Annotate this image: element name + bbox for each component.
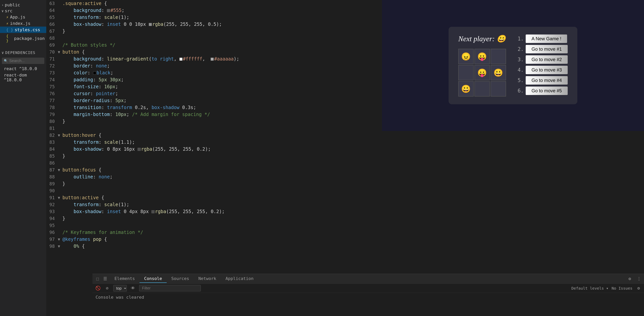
- no-issues-label: No Issues: [612, 286, 632, 290]
- line-number: 69: [46, 42, 58, 48]
- board-cell[interactable]: 😠: [458, 49, 474, 64]
- list-item: 5.Go to move #4: [518, 76, 568, 84]
- table-row: 83 transform: scale(1.1);: [46, 139, 644, 146]
- filter-input[interactable]: [139, 285, 201, 291]
- default-levels-label[interactable]: Default levels ▾: [571, 286, 608, 290]
- move-number: 2.: [518, 46, 523, 52]
- dep-reactdom: react-dom ^18.0.0: [0, 72, 46, 83]
- move-number: 6.: [518, 88, 523, 94]
- board-cell[interactable]: 😀: [490, 65, 506, 80]
- line-number: 80: [46, 118, 58, 125]
- code-content: button:hover {: [62, 132, 644, 139]
- line-number: 85: [46, 152, 58, 160]
- tab-elements[interactable]: Elements: [110, 274, 140, 283]
- json-icon: { }: [6, 34, 12, 43]
- devtools-right-controls: Default levels ▾ No Issues ⚙: [571, 285, 642, 291]
- file-label-stylescss: styles.css: [15, 27, 40, 32]
- line-number: 64: [46, 7, 58, 14]
- line-number: 68: [46, 35, 58, 42]
- sidebar-file-packagejson[interactable]: { } package.json: [0, 33, 46, 44]
- line-number: 66: [46, 21, 58, 28]
- folder-label-public: public: [5, 2, 20, 7]
- line-number: 76: [46, 90, 58, 97]
- line-number: 96: [46, 229, 58, 236]
- goto-move-button[interactable]: Go to move #3: [526, 66, 568, 74]
- line-number: 65: [46, 14, 58, 21]
- next-player-label: Next player: 😀: [458, 34, 506, 43]
- board-cell[interactable]: [458, 65, 474, 80]
- table-row: 87▼button:focus {: [46, 166, 644, 174]
- line-number: 82: [46, 132, 58, 139]
- goto-move-button[interactable]: Go to move #5: [526, 86, 568, 95]
- devtools-panel: ⬚ ☰ Elements Console Sources Network App…: [92, 274, 644, 316]
- line-number: 93: [46, 208, 58, 215]
- sidebar-file-indexjs[interactable]: ⚡ index.js: [0, 20, 46, 26]
- board-cell[interactable]: [490, 81, 506, 96]
- collapse-arrow[interactable]: ▼: [58, 243, 62, 250]
- line-number: 94: [46, 215, 58, 222]
- line-number: 86: [46, 160, 58, 166]
- devtools-device-icon[interactable]: ☰: [102, 276, 108, 282]
- dep-react: react ^18.0.0: [0, 66, 46, 72]
- line-number: 72: [46, 62, 58, 69]
- line-number: 67: [46, 28, 58, 35]
- sidebar-folder-src[interactable]: ∨ src: [0, 8, 46, 14]
- eye-icon[interactable]: 👁: [130, 285, 136, 291]
- collapse-arrow[interactable]: ▼: [58, 48, 62, 56]
- sidebar-file-appjs[interactable]: ⚡ App.js: [0, 14, 46, 20]
- goto-move-button[interactable]: Go to move #4: [526, 76, 568, 84]
- filter-icon[interactable]: ⊘: [104, 285, 110, 291]
- folder-arrow-public: ›: [2, 3, 4, 7]
- line-number: 97: [46, 236, 58, 243]
- folder-label-src: src: [5, 8, 12, 13]
- line-number: 95: [46, 222, 58, 229]
- game-board: 😠😛😛😀😀: [458, 49, 506, 96]
- top-select[interactable]: top: [113, 285, 127, 292]
- move-number: 5.: [518, 78, 523, 83]
- line-number: 63: [46, 0, 58, 7]
- line-number: 90: [46, 187, 58, 194]
- sidebar: › public ∨ src ⚡ App.js ⚡ index.js { } s…: [0, 0, 46, 316]
- sidebar-file-stylescss[interactable]: { } styles.css: [0, 26, 46, 33]
- goto-move-button[interactable]: Go to move #2: [526, 55, 568, 64]
- goto-move-button[interactable]: Go to move #1: [526, 45, 568, 53]
- settings-icon[interactable]: ⚙: [627, 276, 633, 282]
- css-icon: { }: [6, 28, 13, 32]
- tab-console[interactable]: Console: [140, 274, 167, 283]
- folder-arrow-src: ∨: [2, 9, 4, 13]
- table-row: 98▼ 0% {: [46, 243, 644, 250]
- table-row: 85}: [46, 152, 644, 160]
- line-number: 83: [46, 139, 58, 146]
- collapse-arrow[interactable]: ▼: [58, 194, 62, 201]
- search-box[interactable]: 🔍: [2, 58, 44, 64]
- tab-sources[interactable]: Sources: [167, 274, 194, 283]
- board-cell[interactable]: 😛: [474, 49, 490, 64]
- devtools-settings2-icon[interactable]: ⚙: [636, 285, 642, 291]
- file-label-appjs: App.js: [10, 15, 25, 20]
- list-item: 1.A New Game !: [518, 34, 568, 43]
- collapse-arrow[interactable]: ▼: [58, 132, 62, 139]
- collapse-arrow[interactable]: ▼: [58, 166, 62, 174]
- new-game-button[interactable]: A New Game !: [526, 34, 567, 43]
- sidebar-folder-public[interactable]: › public: [0, 2, 46, 8]
- board-cell[interactable]: [490, 49, 506, 64]
- code-content: }: [62, 180, 644, 187]
- line-number: 87: [46, 166, 58, 174]
- board-cell[interactable]: 😀: [458, 81, 474, 96]
- tab-network[interactable]: Network: [194, 274, 221, 283]
- line-number: 92: [46, 201, 58, 208]
- code-content: button:focus {: [62, 166, 644, 174]
- search-input[interactable]: [9, 58, 42, 63]
- line-number: 75: [46, 83, 58, 90]
- js-icon: ⚡: [6, 15, 8, 20]
- board-cell[interactable]: 😛: [474, 65, 490, 80]
- more-icon[interactable]: ⋮: [636, 276, 642, 282]
- devtools-inspect-icon[interactable]: ⬚: [94, 276, 100, 282]
- table-row: 93 box-shadow: inset 0 4px 8px rgba(255,…: [46, 208, 644, 215]
- clear-console-icon[interactable]: 🚫: [95, 285, 101, 291]
- board-cell[interactable]: [474, 81, 490, 96]
- code-content: outline: none;: [62, 174, 644, 180]
- table-row: 96/* Keyframes for animation */: [46, 229, 644, 236]
- tab-application[interactable]: Application: [221, 274, 258, 283]
- collapse-arrow[interactable]: ▼: [58, 236, 62, 243]
